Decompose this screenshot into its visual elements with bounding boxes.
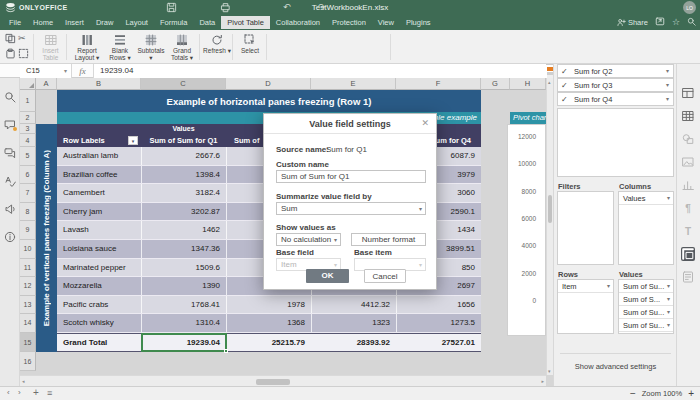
redo-button[interactable]: ↷ xyxy=(318,2,330,14)
scroll-right-icon[interactable]: ▸ xyxy=(541,378,544,384)
row-header-14[interactable]: 14 xyxy=(20,314,36,333)
chevron-down-icon[interactable]: ▾ xyxy=(667,319,670,332)
values-item[interactable]: Sum of Su...▾ xyxy=(619,306,673,319)
row-header-9[interactable]: 9 xyxy=(20,221,36,240)
refresh-button[interactable]: Refresh ▾ xyxy=(203,33,231,54)
column-header-F[interactable]: F xyxy=(396,78,481,90)
cut-button[interactable]: ✂ xyxy=(18,33,30,45)
rows-item[interactable]: Item▾ xyxy=(558,280,613,293)
chevron-down-icon[interactable]: ▾ xyxy=(667,280,670,293)
scroll-up-icon[interactable]: ▴ xyxy=(548,79,551,85)
menu-tab-collaboration[interactable]: Collaboration xyxy=(270,16,326,29)
add-sheet-button[interactable]: + xyxy=(33,388,39,398)
columns-box[interactable]: Values▾ xyxy=(618,191,674,265)
row-header-8[interactable]: 8 xyxy=(20,203,36,222)
cancel-button[interactable]: Cancel xyxy=(364,269,406,283)
vertical-scrollbar[interactable]: ▴ ▾ xyxy=(546,78,553,375)
horizontal-scroll-thumb[interactable] xyxy=(256,379,290,385)
blank-rows-button[interactable]: BlankRows ▾ xyxy=(105,33,135,61)
undo-button[interactable]: ↶ xyxy=(283,2,295,14)
zoom-in-button[interactable]: + xyxy=(688,388,694,399)
save-button[interactable] xyxy=(166,2,178,14)
chevron-down-icon[interactable]: ▾ xyxy=(667,293,670,306)
vertical-scroll-thumb[interactable] xyxy=(548,195,552,223)
row-header-13[interactable]: 13 xyxy=(20,296,36,315)
favorite-icon[interactable]: ☆ xyxy=(672,18,680,27)
paste-button[interactable] xyxy=(5,48,17,60)
user-avatar[interactable]: LO xyxy=(683,1,696,14)
menu-tab-view[interactable]: View xyxy=(372,16,400,29)
selection-handle[interactable] xyxy=(224,349,228,353)
table-settings-icon[interactable] xyxy=(681,109,695,123)
menu-tab-formula[interactable]: Formula xyxy=(154,16,194,29)
custom-name-input[interactable]: Sum of Sum for Q1 xyxy=(276,170,426,183)
menu-tab-home[interactable]: Home xyxy=(27,16,59,29)
row-header-5[interactable]: 5 xyxy=(20,147,36,166)
chevron-down-icon[interactable]: ▾ xyxy=(667,306,670,319)
subtotals-button[interactable]: Subtotals ▾ xyxy=(136,33,166,61)
copy-button[interactable] xyxy=(5,33,17,45)
row-labels-filter-button[interactable]: ▾ xyxy=(128,136,138,145)
open-file-location-icon[interactable] xyxy=(655,16,665,28)
menu-tab-layout[interactable]: Layout xyxy=(119,16,154,29)
close-icon[interactable]: ✕ xyxy=(421,118,429,128)
menu-tab-draw[interactable]: Draw xyxy=(90,16,120,29)
summarize-select[interactable]: Sum▾ xyxy=(276,202,426,215)
show-values-as-select[interactable]: No calculation▾ xyxy=(276,233,341,246)
values-box[interactable]: Sum of Su...▾Sum of S...▾Sum of Su...▾Su… xyxy=(618,279,674,334)
scroll-down-icon[interactable]: ▾ xyxy=(548,368,551,374)
feedback-icon[interactable] xyxy=(3,202,17,216)
next-sheet-button[interactable]: › xyxy=(18,388,21,398)
row-header-12[interactable]: 12 xyxy=(20,277,36,296)
chevron-down-icon[interactable]: ▾ xyxy=(666,79,669,92)
row-header-15[interactable]: 15 xyxy=(20,333,36,352)
row-header-1[interactable]: 1 xyxy=(20,90,36,112)
report-layout-button[interactable]: ReportLayout ▾ xyxy=(70,33,104,61)
row-header-2[interactable]: 2 xyxy=(20,112,36,124)
menu-tab-data[interactable]: Data xyxy=(193,16,221,29)
spellcheck-icon[interactable] xyxy=(3,174,17,188)
chat-icon[interactable] xyxy=(3,146,17,160)
number-format-button[interactable]: Number format xyxy=(351,233,426,246)
cell-name-box[interactable]: C15▾ xyxy=(20,64,72,78)
filters-box[interactable] xyxy=(557,191,614,265)
column-header-H[interactable]: H xyxy=(510,78,546,90)
column-header-C[interactable]: C xyxy=(141,78,226,90)
search-icon[interactable] xyxy=(3,90,17,104)
row-header-3[interactable]: 3 xyxy=(20,124,36,134)
grand-totals-button[interactable]: GrandTotals ▾ xyxy=(167,33,197,61)
formula-input[interactable]: 19239.04 xyxy=(94,64,546,78)
pivot-chart-area[interactable]: 120001000080006000400020000 xyxy=(507,124,546,336)
column-header-E[interactable]: E xyxy=(311,78,396,90)
share-button[interactable]: Share xyxy=(617,18,648,27)
chevron-down-icon[interactable]: ▾ xyxy=(666,65,669,78)
menu-tab-file[interactable]: File xyxy=(3,16,27,29)
columns-item[interactable]: Values▾ xyxy=(619,192,673,205)
chevron-down-icon[interactable]: ▾ xyxy=(667,192,670,205)
scroll-left-icon[interactable]: ◂ xyxy=(22,378,25,384)
chevron-down-icon[interactable]: ▾ xyxy=(666,93,669,106)
pivot-field-sum-for-q4[interactable]: ✓Sum for Q4▾ xyxy=(557,92,674,106)
horizontal-scrollbar[interactable]: ◂ ▸ xyxy=(20,375,546,386)
ok-button[interactable]: OK xyxy=(306,269,349,283)
row-header-10[interactable]: 10 xyxy=(20,240,36,259)
row-header-6[interactable]: 6 xyxy=(20,166,36,185)
select-button[interactable]: Select xyxy=(236,33,264,54)
chevron-down-icon[interactable]: ▾ xyxy=(64,64,67,78)
cell-settings-icon[interactable] xyxy=(681,86,695,100)
row-header-7[interactable]: 7 xyxy=(20,184,36,203)
values-item[interactable]: Sum of Su...▾ xyxy=(619,319,673,332)
row-header-11[interactable]: 11 xyxy=(20,259,36,278)
show-advanced-settings-link[interactable]: Show advanced settings xyxy=(554,362,677,371)
zoom-out-button[interactable]: − xyxy=(630,388,636,399)
column-header-A[interactable]: A xyxy=(36,78,57,90)
pivot-field-sum-for-q2[interactable]: ✓Sum for Q2▾ xyxy=(557,64,674,78)
pivot-settings-icon[interactable] xyxy=(681,247,695,261)
column-header-G[interactable]: G xyxy=(481,78,510,90)
menu-tab-insert[interactable]: Insert xyxy=(59,16,90,29)
sheet-list-button[interactable]: ≡ xyxy=(47,388,52,398)
values-item[interactable]: Sum of Su...▾ xyxy=(619,280,673,293)
menu-tab-plugins[interactable]: Plugins xyxy=(400,16,437,29)
menu-tab-protection[interactable]: Protection xyxy=(326,16,372,29)
zoom-level[interactable]: Zoom 100% xyxy=(642,389,682,398)
